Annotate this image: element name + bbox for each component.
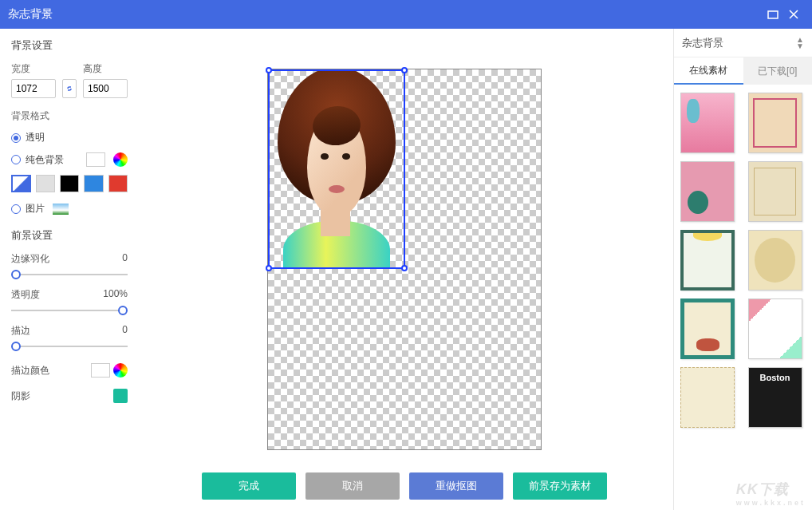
link-dimensions-button[interactable]	[62, 79, 77, 98]
swatch-black[interactable]	[60, 175, 79, 192]
asset-thumb[interactable]	[748, 161, 802, 222]
tab-downloaded[interactable]: 已下载[0]	[743, 57, 813, 85]
selection-box[interactable]	[268, 69, 405, 269]
title-bar: 杂志背景	[0, 0, 812, 29]
asset-thumb[interactable]	[680, 298, 735, 359]
asset-thumb[interactable]	[748, 298, 802, 359]
asset-thumb[interactable]	[680, 230, 735, 291]
shadow-label: 阴影	[11, 389, 30, 403]
asset-thumb[interactable]	[748, 230, 802, 291]
color-picker-icon[interactable]	[113, 363, 128, 378]
radio-icon	[11, 204, 21, 214]
asset-thumb-label: Boston	[760, 373, 790, 382]
height-input[interactable]	[83, 79, 128, 98]
width-label: 宽度	[11, 62, 56, 76]
window-title: 杂志背景	[8, 7, 53, 22]
cancel-button[interactable]: 取消	[305, 472, 400, 500]
opacity-value: 100%	[103, 288, 128, 302]
svg-rect-0	[768, 11, 778, 18]
canvas[interactable]	[267, 69, 542, 450]
redo-cutout-button[interactable]: 重做抠图	[409, 472, 503, 500]
chevron-updown-icon[interactable]: ▲▼	[796, 37, 804, 49]
done-button[interactable]: 完成	[202, 472, 296, 500]
shadow-toggle[interactable]	[113, 389, 128, 403]
resize-handle-tl[interactable]	[266, 67, 272, 73]
foreground-image	[270, 71, 404, 267]
foreground-settings-title: 前景设置	[11, 228, 128, 243]
feather-label: 边缘羽化	[11, 252, 49, 266]
radio-image-label: 图片	[26, 202, 45, 215]
asset-thumb[interactable]: Boston	[748, 367, 802, 428]
radio-icon	[11, 155, 21, 164]
asset-thumb[interactable]	[680, 161, 735, 222]
swatch-gray[interactable]	[36, 175, 55, 192]
radio-solid[interactable]: 纯色背景	[11, 152, 128, 167]
feather-slider[interactable]	[11, 269, 128, 280]
right-panel: 杂志背景 ▲▼ 在线素材 已下载[0] Boston	[673, 29, 812, 510]
width-input[interactable]	[11, 79, 56, 98]
asset-grid: Boston	[674, 85, 812, 510]
asset-thumb[interactable]	[680, 367, 735, 428]
stroke-color-well[interactable]	[91, 363, 110, 378]
opacity-label: 透明度	[11, 288, 40, 302]
opacity-slider[interactable]	[11, 305, 128, 316]
swatch-transparent[interactable]	[11, 175, 31, 192]
feather-value: 0	[122, 252, 128, 266]
color-swatches	[11, 175, 128, 192]
save-foreground-button[interactable]: 前景存为素材	[513, 472, 607, 500]
height-label: 高度	[83, 62, 128, 76]
category-select-label[interactable]: 杂志背景	[682, 36, 723, 50]
swatch-red[interactable]	[108, 175, 128, 192]
tab-online-assets[interactable]: 在线素材	[674, 57, 743, 85]
color-picker-icon[interactable]	[113, 152, 128, 167]
radio-icon	[11, 133, 21, 143]
resize-handle-tr[interactable]	[401, 67, 408, 73]
asset-thumb[interactable]	[748, 93, 802, 153]
left-panel: 背景设置 宽度 高度 背景格式 透明 纯色背景	[0, 29, 136, 510]
resize-handle-bl[interactable]	[266, 265, 272, 271]
stroke-slider[interactable]	[11, 341, 128, 352]
asset-thumb[interactable]	[680, 93, 735, 153]
center-area: 完成 取消 重做抠图 前景存为素材	[136, 29, 673, 510]
stroke-color-label: 描边颜色	[11, 364, 49, 378]
stroke-label: 描边	[11, 324, 30, 338]
radio-transparent[interactable]: 透明	[11, 131, 128, 144]
radio-transparent-label: 透明	[26, 131, 45, 144]
background-settings-title: 背景设置	[11, 38, 128, 53]
radio-image[interactable]: 图片	[11, 202, 128, 215]
solid-color-well[interactable]	[86, 152, 105, 167]
close-button[interactable]	[783, 4, 804, 25]
swatch-blue[interactable]	[84, 175, 103, 192]
stroke-value: 0	[122, 324, 128, 338]
background-format-title: 背景格式	[11, 109, 128, 123]
radio-solid-label: 纯色背景	[26, 153, 64, 167]
image-thumb-icon	[53, 204, 69, 215]
resize-handle-br[interactable]	[401, 265, 408, 271]
maximize-button[interactable]	[763, 4, 783, 25]
